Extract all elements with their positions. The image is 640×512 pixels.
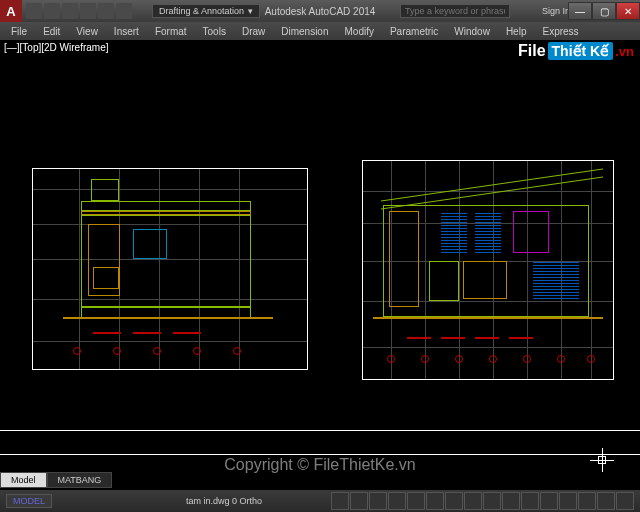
chevron-down-icon: ▾ xyxy=(248,6,253,16)
clean-screen-toggle[interactable] xyxy=(616,492,634,510)
drawing-viewport-right xyxy=(362,160,614,380)
window-title: Autodesk AutoCAD 2014 xyxy=(265,6,376,17)
model-space-badge[interactable]: MODEL xyxy=(6,494,52,508)
lwt-toggle[interactable] xyxy=(464,492,482,510)
workspace-dropdown[interactable]: Drafting & Annotation ▾ xyxy=(152,4,260,18)
maximize-button[interactable]: ▢ xyxy=(592,2,616,20)
snap-toggle[interactable] xyxy=(331,492,349,510)
new-button[interactable] xyxy=(26,3,42,19)
crosshair-cursor xyxy=(590,448,614,472)
svg-line-0 xyxy=(381,169,603,201)
drawing-line xyxy=(0,430,640,431)
quick-access-toolbar xyxy=(26,3,132,19)
workspace-label: Drafting & Annotation xyxy=(159,6,244,16)
polar-toggle[interactable] xyxy=(388,492,406,510)
drawing-viewport-left xyxy=(32,168,308,370)
menu-window[interactable]: Window xyxy=(447,24,497,39)
menu-file[interactable]: File xyxy=(4,24,34,39)
close-button[interactable]: ✕ xyxy=(616,2,640,20)
save-button[interactable] xyxy=(62,3,78,19)
titlebar: A Drafting & Annotation ▾ Autodesk AutoC… xyxy=(0,0,640,22)
isolate-toggle[interactable] xyxy=(597,492,615,510)
ortho-toggle[interactable] xyxy=(369,492,387,510)
menu-view[interactable]: View xyxy=(69,24,105,39)
search-input[interactable] xyxy=(400,4,510,18)
print-button[interactable] xyxy=(116,3,132,19)
qp-toggle[interactable] xyxy=(483,492,501,510)
open-button[interactable] xyxy=(44,3,60,19)
drawing-canvas[interactable] xyxy=(0,40,640,488)
minimize-button[interactable]: — xyxy=(568,2,592,20)
tab-model[interactable]: Model xyxy=(0,472,47,488)
hardware-accel-toggle[interactable] xyxy=(578,492,596,510)
statusbar: MODEL tam in.dwg 0 Ortho xyxy=(0,490,640,512)
status-file-info: tam in.dwg 0 Ortho xyxy=(186,496,262,506)
viewport-label[interactable]: [—][Top][2D Wireframe] xyxy=(4,42,108,53)
menu-edit[interactable]: Edit xyxy=(36,24,67,39)
menu-tools[interactable]: Tools xyxy=(196,24,233,39)
osnap-toggle[interactable] xyxy=(407,492,425,510)
layout-tabs: Model MATBANG xyxy=(0,472,112,488)
menu-dimension[interactable]: Dimension xyxy=(274,24,335,39)
dyn-toggle[interactable] xyxy=(445,492,463,510)
watermark-part2: Thiết Kế xyxy=(548,42,614,60)
signin-button[interactable]: Sign In xyxy=(542,6,570,16)
menu-help[interactable]: Help xyxy=(499,24,534,39)
otrack-toggle[interactable] xyxy=(426,492,444,510)
undo-button[interactable] xyxy=(80,3,96,19)
menu-modify[interactable]: Modify xyxy=(338,24,381,39)
lock-ui-toggle[interactable] xyxy=(559,492,577,510)
watermark-part3: .vn xyxy=(615,44,634,59)
window-controls: — ▢ ✕ xyxy=(568,2,640,20)
menu-draw[interactable]: Draw xyxy=(235,24,272,39)
app-menu-button[interactable]: A xyxy=(0,0,22,22)
menu-parametric[interactable]: Parametric xyxy=(383,24,445,39)
watermark-logo: File Thiết Kế .vn xyxy=(518,42,634,60)
grid-toggle[interactable] xyxy=(350,492,368,510)
copyright-watermark: Copyright © FileThietKe.vn xyxy=(224,456,415,474)
menubar: File Edit View Insert Format Tools Draw … xyxy=(0,22,640,40)
annotation-toggle[interactable] xyxy=(521,492,539,510)
status-toggles xyxy=(331,492,634,510)
menu-express[interactable]: Express xyxy=(535,24,585,39)
drawing-line xyxy=(0,454,640,455)
workspace-switch[interactable] xyxy=(540,492,558,510)
watermark-part1: File xyxy=(518,42,546,60)
redo-button[interactable] xyxy=(98,3,114,19)
tab-layout1[interactable]: MATBANG xyxy=(47,472,113,488)
menu-format[interactable]: Format xyxy=(148,24,194,39)
sc-toggle[interactable] xyxy=(502,492,520,510)
menu-insert[interactable]: Insert xyxy=(107,24,146,39)
